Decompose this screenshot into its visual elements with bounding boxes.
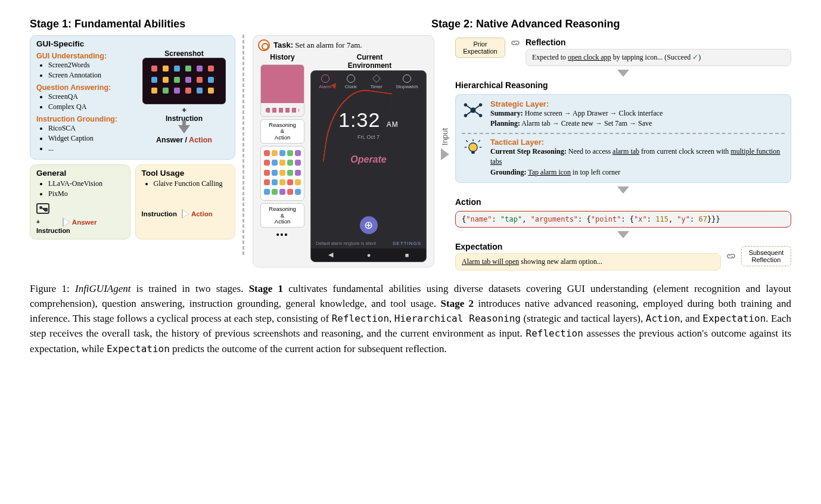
alarm-icon bbox=[321, 74, 329, 83]
down-arrow-icon bbox=[617, 186, 629, 194]
tab-clock: Clock bbox=[345, 74, 357, 89]
svg-rect-6 bbox=[471, 151, 474, 154]
app-icon bbox=[185, 77, 191, 83]
nav-back-icon: ◀ bbox=[328, 251, 333, 259]
list-item: Widget Caption bbox=[48, 133, 133, 144]
answer-label: Answer bbox=[72, 219, 97, 226]
stage1-column: Stage 1: Fundamental Abilities GUI-Speci… bbox=[30, 18, 235, 270]
figure: Stage 1: Fundamental Abilities GUI-Speci… bbox=[30, 18, 791, 356]
app-icon bbox=[151, 66, 157, 71]
app-icon bbox=[295, 160, 301, 166]
app-icon bbox=[287, 189, 293, 195]
app-icon bbox=[287, 150, 293, 156]
reasoning-action-box: Reasoning & Action bbox=[260, 119, 304, 144]
diagram: Stage 1: Fundamental Abilities GUI-Speci… bbox=[30, 18, 791, 270]
app-icon bbox=[279, 189, 285, 195]
clock-screenshot: Alarm Clock Timer Stopwatch 1:32 AM Fri,… bbox=[310, 70, 427, 262]
svg-line-11 bbox=[478, 140, 480, 142]
tab-stopwatch: Stopwatch bbox=[396, 74, 418, 89]
tool-list: Glaive Function Calling bbox=[142, 179, 229, 189]
app-icon bbox=[272, 189, 278, 195]
app-icon bbox=[264, 150, 270, 156]
stage-divider bbox=[242, 35, 244, 255]
plus-small: + bbox=[36, 219, 40, 225]
screenshot-thumbnail bbox=[142, 58, 226, 104]
network-icon bbox=[462, 99, 484, 122]
lightbulb-icon bbox=[462, 138, 484, 160]
action-json-box: {"name": "tap", "arguments": {"point": {… bbox=[455, 211, 791, 228]
app-icon bbox=[295, 170, 301, 176]
figure-caption: Figure 1: InfiGUIAgent is trained in two… bbox=[30, 281, 791, 356]
svg-point-5 bbox=[469, 143, 477, 151]
instruction-small: Instruction bbox=[36, 227, 124, 234]
layer-separator bbox=[462, 133, 785, 134]
tool-heading: Tool Usage bbox=[142, 169, 229, 178]
app-icon bbox=[163, 77, 169, 83]
timer-icon bbox=[372, 74, 381, 83]
arrow-right-icon bbox=[63, 217, 70, 227]
reasoning-action-box: Reasoning & Action bbox=[260, 203, 304, 228]
cat-grounding: Instruction Grounding: bbox=[36, 115, 133, 123]
app-icon bbox=[151, 88, 157, 94]
gui-understanding-list: Screen2Words Screen Annotation bbox=[36, 60, 133, 81]
stage1-title: Stage 1: Fundamental Abilities bbox=[30, 18, 235, 30]
app-icon bbox=[197, 77, 203, 83]
app-icon bbox=[272, 179, 278, 185]
cat-gui-understanding: GUI Understanding: bbox=[36, 52, 133, 60]
strategic-title: Strategic Layer: bbox=[490, 99, 785, 108]
down-arrow-icon bbox=[617, 231, 629, 238]
link-icon bbox=[510, 38, 521, 48]
history-thumb-home bbox=[260, 64, 304, 117]
app-icon bbox=[174, 77, 180, 83]
cat-qa: Question Answering: bbox=[36, 83, 133, 92]
expectation-heading: Expectation bbox=[455, 242, 721, 251]
list-item: Screen Annotation bbox=[48, 70, 133, 80]
general-panel: General LLaVA-OneVision PixMo + Answer bbox=[30, 164, 130, 239]
action-heading: Action bbox=[455, 197, 791, 207]
list-item: PixMo bbox=[48, 189, 124, 199]
list-item: Screen2Words bbox=[48, 60, 133, 70]
link-icon bbox=[726, 251, 736, 262]
operate-arrow-icon bbox=[322, 85, 392, 170]
reflection-box: Expected to open clock app by tapping ic… bbox=[525, 49, 791, 66]
gui-heading: GUI-Specific bbox=[36, 39, 229, 48]
app-icon bbox=[295, 189, 301, 195]
arrow-right-icon bbox=[182, 209, 189, 219]
app-icon bbox=[208, 66, 214, 71]
env-label: Current Environment bbox=[310, 54, 429, 70]
task-text: Set an alarm for 7am. bbox=[293, 41, 362, 49]
nav-recent-icon: ■ bbox=[405, 251, 409, 259]
gui-specific-panel: GUI-Specific GUI Understanding: Screen2W… bbox=[30, 35, 235, 160]
answer-action-label: Answer / Action bbox=[156, 136, 212, 144]
app-icon bbox=[163, 88, 169, 94]
input-label: Input bbox=[440, 128, 449, 145]
instruction-small: Instruction bbox=[142, 210, 177, 217]
tab-timer: Timer bbox=[371, 74, 382, 89]
app-icon bbox=[295, 179, 301, 185]
task-label: Task: bbox=[273, 41, 293, 49]
app-icon bbox=[272, 160, 278, 166]
clock-icon bbox=[347, 74, 355, 83]
grounding-list: RicoSCA Widget Caption ... bbox=[36, 123, 133, 154]
list-item: Glaive Function Calling bbox=[154, 179, 229, 189]
stage2-column: . Task: Set an alarm for 7am. History Re… bbox=[253, 18, 791, 270]
ringtone-text: Default alarm ringtone is silent bbox=[316, 241, 376, 246]
subsequent-reflection-box: Subsequent Reflection bbox=[741, 246, 791, 266]
stopwatch-icon bbox=[403, 74, 411, 83]
app-icon bbox=[197, 88, 203, 94]
app-icon bbox=[287, 170, 293, 176]
app-icon bbox=[185, 88, 191, 94]
app-icon bbox=[287, 179, 293, 185]
nav-bar: ◀●■ bbox=[311, 248, 426, 262]
qa-list: ScreenQA Complex QA bbox=[36, 92, 133, 113]
plus-label: + bbox=[182, 105, 186, 114]
app-icon bbox=[208, 77, 214, 83]
app-icon bbox=[287, 160, 293, 166]
nav-home-icon: ● bbox=[367, 251, 371, 259]
screenshot-label: Screenshot bbox=[164, 49, 203, 58]
app-icon bbox=[197, 66, 203, 71]
app-icon bbox=[295, 150, 301, 156]
hierarchical-heading: Hierarchical Reasoning bbox=[455, 80, 791, 90]
app-icon bbox=[279, 170, 285, 176]
env-panel: Task: Set an alarm for 7am. History Reas… bbox=[253, 35, 434, 267]
